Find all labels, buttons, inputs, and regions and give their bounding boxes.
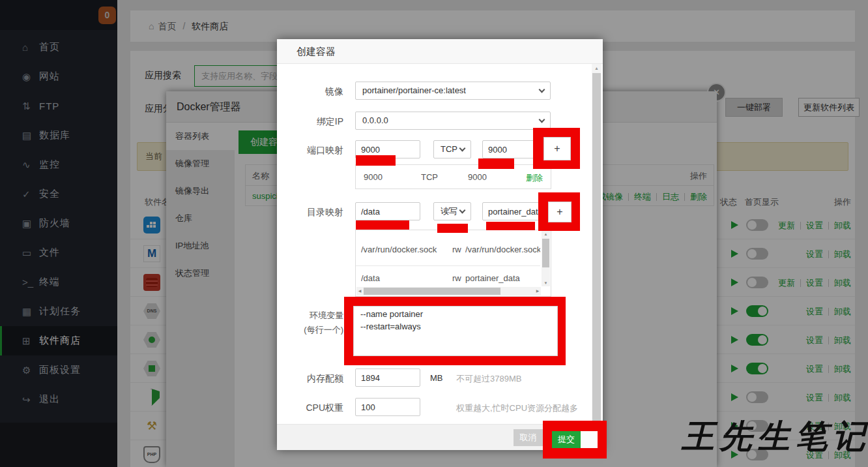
dir-list-vertical-scrollbar[interactable]: ▲ ▼ — [542, 231, 550, 286]
env-label: 环境变量 — [277, 310, 343, 322]
cpu-input[interactable] — [355, 398, 420, 416]
dir-container-input[interactable] — [482, 202, 547, 220]
chevron-down-icon — [459, 207, 466, 214]
cancel-button[interactable]: 取消 — [514, 429, 543, 446]
dir-permission-select[interactable]: 读写 — [433, 202, 471, 220]
env-label-note: (每行一个) — [277, 324, 343, 336]
port-protocol-select[interactable]: TCP — [433, 140, 471, 158]
chevron-down-icon — [539, 87, 545, 93]
add-dir-button[interactable]: + — [548, 202, 571, 222]
scroll-down-icon[interactable]: ▼ — [542, 281, 550, 285]
cpu-label: CPU权重 — [277, 402, 343, 414]
screen: 0 ⌂首页 ◉网站 ⇅FTP ▤数据库 ∿监控 ✓安全 ▣防火墙 ▭文件 >_终… — [0, 0, 868, 467]
dir-map-label: 目录映射 — [277, 207, 343, 218]
env-line-2: --restart=always — [354, 319, 557, 331]
dir-map-list: /var/run/docker.sock rw /var/run/docker.… — [355, 230, 551, 297]
scroll-up-icon[interactable]: ▲ — [592, 66, 601, 70]
memory-label: 内存配额 — [277, 373, 343, 385]
env-textarea[interactable]: --name portainer --restart=always — [353, 306, 558, 356]
submit-button[interactable]: 提交 — [552, 431, 581, 448]
chevron-down-icon — [539, 117, 545, 123]
cpu-hint: 权重越大,忙时CPU资源分配越多 — [456, 402, 578, 414]
port-map-list: 9000 TCP 9000 删除 — [355, 164, 551, 189]
modal-header: 创建容器 — [277, 39, 603, 64]
scroll-left-icon[interactable]: ◀ — [356, 287, 363, 295]
port-container-input[interactable] — [482, 140, 547, 158]
env-line-1: --name portainer — [354, 307, 557, 319]
bind-ip-select[interactable]: 0.0.0.0 — [355, 112, 551, 130]
delete-port-link[interactable]: 删除 — [526, 172, 543, 184]
create-container-modal: 创建容器 镜像 portainer/portainer-ce:latest 绑定… — [277, 39, 603, 450]
image-label: 镜像 — [277, 86, 343, 98]
dir-list-horizontal-scrollbar[interactable]: ◀ ▶ — [356, 287, 541, 295]
chevron-down-icon — [459, 145, 466, 152]
port-host-input[interactable] — [355, 140, 420, 158]
modal-scrollbar[interactable]: ▲ — [592, 64, 601, 424]
memory-input[interactable] — [355, 369, 420, 387]
scroll-right-icon[interactable]: ▶ — [534, 287, 541, 295]
modal-title: 创建容器 — [297, 39, 336, 64]
scroll-up-icon[interactable]: ▲ — [542, 232, 550, 236]
add-port-button[interactable]: + — [543, 137, 571, 160]
memory-hint: 不可超过3789MB — [456, 373, 521, 385]
watermark: 王先生笔记 — [682, 415, 868, 459]
port-map-label: 端口映射 — [277, 145, 343, 157]
dir-host-input[interactable] — [355, 202, 420, 220]
image-select[interactable]: portainer/portainer-ce:latest — [355, 82, 551, 100]
bind-ip-label: 绑定IP — [277, 116, 343, 128]
annotation-box-env: --name portainer --restart=always — [344, 297, 566, 365]
memory-unit: MB — [430, 373, 443, 383]
